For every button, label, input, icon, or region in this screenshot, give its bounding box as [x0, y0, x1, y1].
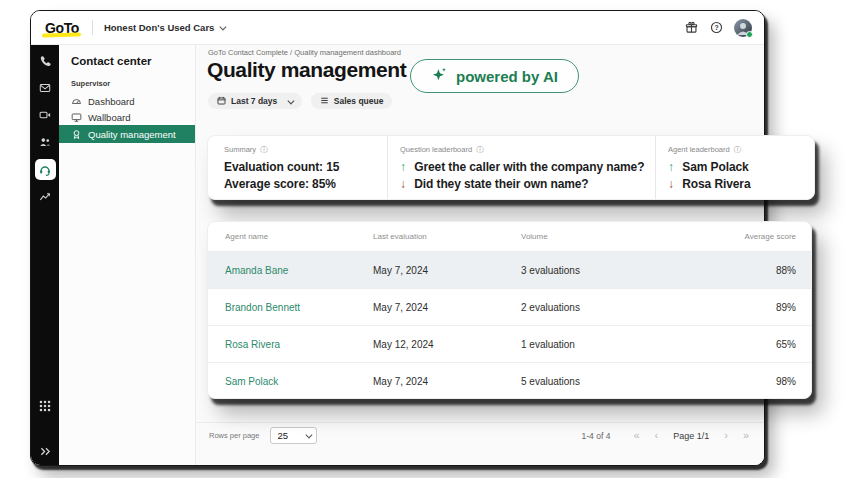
question-leaderboard-column: Question leaderboard ⓘ ↑ Greet the calle…	[387, 136, 655, 199]
table-row[interactable]: Amanda Bane May 7, 2024 3 evaluations 88…	[208, 252, 811, 289]
chevron-down-icon	[288, 97, 294, 103]
evaluation-count: Evaluation count: 15	[224, 159, 379, 176]
chevron-down-icon	[306, 432, 312, 438]
inbox-icon[interactable]	[38, 81, 52, 95]
bottom-agent: Rosa Rivera	[682, 177, 750, 191]
chevron-down-icon	[220, 24, 226, 30]
topbar-actions: ?	[684, 19, 752, 37]
people-icon[interactable]	[38, 135, 52, 149]
powered-by-ai-badge[interactable]: powered by AI	[410, 59, 579, 93]
nav-item-quality-management[interactable]: Quality management	[59, 125, 195, 143]
agent-leaderboard-label: Agent leaderboard	[668, 145, 730, 154]
agent-link[interactable]: Brandon Bennett	[225, 302, 300, 313]
up-arrow-icon: ↑	[668, 159, 679, 176]
summary-column: Summary ⓘ Evaluation count: 15 Average s…	[208, 136, 387, 199]
down-arrow-icon: ↓	[400, 176, 411, 193]
agent-link[interactable]: Sam Polack	[225, 376, 278, 387]
column-header-volume[interactable]: Volume	[504, 232, 694, 241]
page-indicator: Page 1/1	[673, 431, 709, 441]
queue-icon	[320, 96, 329, 107]
breadcrumb: GoTo Contact Complete / Quality manageme…	[208, 48, 401, 57]
line-chart-icon[interactable]	[38, 190, 52, 204]
last-evaluation-cell: May 7, 2024	[356, 265, 504, 276]
queue-filter-label: Sales queue	[334, 96, 384, 106]
volume-cell: 5 evaluations	[504, 376, 694, 387]
volume-cell: 3 evaluations	[504, 265, 694, 276]
up-arrow-icon: ↑	[400, 159, 411, 176]
average-score: Average score: 85%	[224, 176, 379, 193]
contact-center-panel: Contact center Supervisor Dashboard	[59, 45, 196, 466]
table-row[interactable]: Rosa Rivera May 12, 2024 1 evaluation 65…	[208, 326, 811, 363]
panel-title: Contact center	[59, 53, 195, 77]
nav-item-wallboard[interactable]: Wallboard	[59, 109, 195, 125]
top-question: Greet the caller with the company name?	[414, 160, 644, 174]
page-title: Quality management	[207, 58, 406, 82]
question-leaderboard-label: Question leaderboard	[400, 145, 472, 154]
apps-grid-icon[interactable]	[38, 399, 52, 413]
next-page-button[interactable]: ›	[724, 430, 728, 441]
page: GoTo Honest Don's Used Cars	[0, 0, 850, 478]
date-range-filter[interactable]: Last 7 days	[208, 93, 302, 109]
headset-icon[interactable]	[35, 159, 56, 180]
nav-item-label: Wallboard	[88, 112, 130, 123]
org-switcher[interactable]: Honest Don's Used Cars	[104, 22, 225, 33]
info-icon[interactable]: ⓘ	[476, 145, 484, 154]
nav-item-label: Dashboard	[88, 96, 134, 107]
last-evaluation-cell: May 12, 2024	[356, 339, 504, 350]
first-page-button[interactable]: «	[633, 430, 639, 441]
summary-card: Summary ⓘ Evaluation count: 15 Average s…	[207, 135, 815, 200]
nav-item-dashboard[interactable]: Dashboard	[59, 93, 195, 109]
info-icon[interactable]: ⓘ	[260, 145, 268, 154]
average-score-cell: 98%	[694, 376, 811, 387]
section-label: Supervisor	[59, 77, 195, 93]
sparkle-icon	[431, 66, 448, 86]
summary-label: Summary	[224, 145, 256, 154]
agent-link[interactable]: Rosa Rivera	[225, 339, 280, 350]
svg-text:?: ?	[714, 24, 718, 31]
prev-page-button[interactable]: ‹	[655, 430, 659, 441]
average-score-cell: 65%	[694, 339, 811, 350]
nav-item-label: Quality management	[88, 129, 176, 140]
gift-icon[interactable]	[684, 21, 698, 35]
agent-link[interactable]: Amanda Bane	[225, 265, 288, 276]
presence-dot	[746, 31, 753, 38]
award-icon	[71, 129, 82, 140]
avatar[interactable]	[734, 19, 752, 37]
pagination-bar: Rows per page 25 1-4 of 4 « ‹ Page 1/1 ›…	[196, 422, 764, 448]
info-icon[interactable]: ⓘ	[734, 145, 742, 154]
average-score-cell: 88%	[694, 265, 811, 276]
last-evaluation-cell: May 7, 2024	[356, 376, 504, 387]
filter-chips: Last 7 days Sales queue	[208, 93, 392, 109]
table-row[interactable]: Sam Polack May 7, 2024 5 evaluations 98%	[208, 363, 811, 399]
app-rail	[31, 45, 59, 466]
gauge-icon	[71, 96, 82, 107]
down-arrow-icon: ↓	[668, 176, 679, 193]
volume-cell: 2 evaluations	[504, 302, 694, 313]
column-header-last-evaluation[interactable]: Last evaluation	[356, 232, 504, 241]
pagination-range: 1-4 of 4	[582, 431, 611, 441]
help-icon[interactable]: ?	[709, 21, 723, 35]
average-score-cell: 89%	[694, 302, 811, 313]
expand-icon[interactable]	[38, 444, 52, 458]
last-evaluation-cell: May 7, 2024	[356, 302, 504, 313]
table-row[interactable]: Brandon Bennett May 7, 2024 2 evaluation…	[208, 289, 811, 326]
phone-icon[interactable]	[38, 54, 52, 68]
last-page-button[interactable]: »	[743, 430, 749, 441]
table-header-row: Agent name Last evaluation Volume Averag…	[208, 222, 811, 252]
rows-per-page-label: Rows per page	[209, 431, 259, 440]
goto-logo: GoTo	[43, 20, 81, 36]
bottom-question: Did they state their own name?	[414, 177, 588, 191]
top-bar: GoTo Honest Don's Used Cars	[31, 11, 764, 45]
column-header-average-score[interactable]: Average score	[694, 232, 811, 241]
video-camera-icon[interactable]	[38, 108, 52, 122]
topbar-divider	[92, 20, 93, 35]
calendar-icon	[217, 96, 226, 107]
pagination-controls: 1-4 of 4 « ‹ Page 1/1 › »	[582, 430, 749, 441]
rows-per-page-select[interactable]: 25	[270, 427, 317, 444]
agent-leaderboard-column: Agent leaderboard ⓘ ↑ Sam Polack ↓ Rosa …	[655, 136, 814, 199]
agents-table-card: Agent name Last evaluation Volume Averag…	[207, 221, 812, 399]
ai-badge-label: powered by AI	[456, 68, 558, 85]
column-header-agent-name[interactable]: Agent name	[208, 232, 356, 241]
queue-filter[interactable]: Sales queue	[311, 93, 393, 109]
volume-cell: 1 evaluation	[504, 339, 694, 350]
